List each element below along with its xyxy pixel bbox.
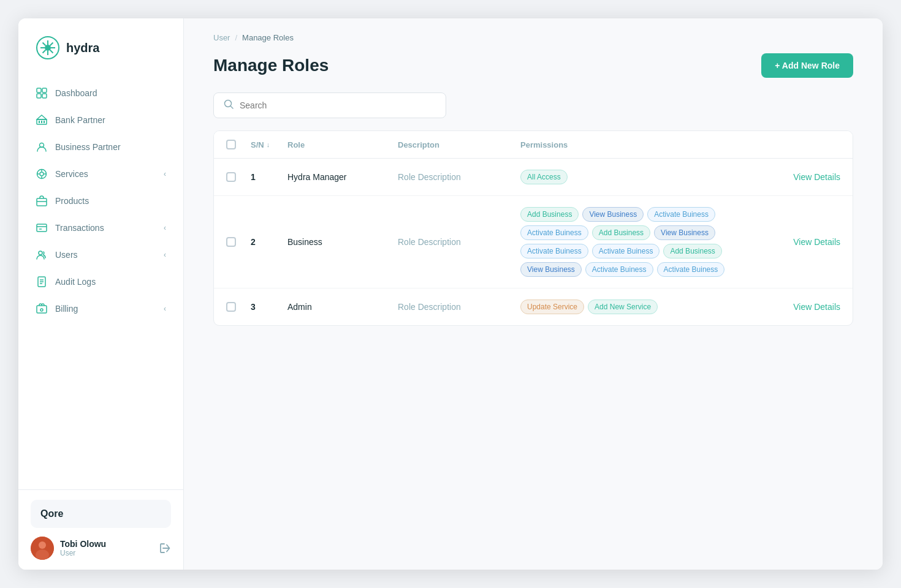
qore-label: Qore [40, 508, 63, 519]
sidebar-item-label: Audit Logs [55, 277, 96, 287]
breadcrumb-separator: / [235, 33, 237, 42]
logout-button[interactable] [159, 542, 171, 554]
sidebar-item-audit-logs[interactable]: Audit Logs [18, 268, 183, 295]
col-permissions: Permissions [520, 140, 742, 149]
user-profile: Tobi Olowu User [31, 537, 171, 560]
sidebar-item-label: Users [55, 250, 78, 260]
permission-badge: View Business [520, 262, 582, 277]
permission-badge: Activate Buiness [657, 262, 725, 277]
sidebar-item-services[interactable]: Services ‹ [18, 160, 183, 187]
sidebar-item-transactions[interactable]: Transactions ‹ [18, 214, 183, 241]
audit-icon [36, 276, 48, 288]
table-row: 3 Admin Role Description Update Service … [214, 288, 853, 325]
sidebar-item-label: Dashboard [55, 88, 97, 98]
search-bar [213, 92, 446, 118]
sidebar-item-billing[interactable]: Billing ‹ [18, 295, 183, 322]
search-input[interactable] [240, 100, 436, 110]
add-new-role-button[interactable]: + Add New Role [761, 53, 853, 78]
sidebar-item-bank-partner[interactable]: Bank Partner [18, 107, 183, 134]
permission-badge: Update Service [520, 300, 584, 314]
sidebar-item-label: Business Partner [55, 142, 121, 152]
svg-point-37 [40, 309, 43, 311]
permission-badge: View Business [654, 225, 715, 240]
user-role-label: User [60, 549, 153, 557]
sidebar-item-label: Services [55, 169, 88, 179]
svg-line-6 [43, 43, 46, 46]
col-sn: S/N ↓ [251, 140, 287, 149]
table-header-row: S/N ↓ Role Descripton Permissions [214, 131, 853, 159]
svg-rect-26 [37, 198, 47, 206]
chevron-down-icon: ‹ [164, 304, 166, 313]
svg-rect-10 [37, 88, 41, 92]
col-description: Descripton [398, 140, 520, 149]
svg-rect-18 [44, 121, 45, 123]
transactions-icon [36, 222, 48, 234]
svg-point-39 [39, 541, 46, 549]
row-1-sn: 1 [251, 172, 287, 182]
bank-icon [36, 114, 48, 126]
permission-badge: Add Business [663, 244, 721, 258]
row-1-checkbox[interactable] [226, 172, 236, 182]
svg-rect-12 [37, 94, 41, 98]
avatar [31, 537, 54, 560]
row-2-view-details[interactable]: View Details [742, 237, 840, 247]
main-nav: Dashboard Bank Partner Business Partner [18, 75, 183, 489]
page-title: Manage Roles [213, 56, 329, 75]
permission-badge: Activate Buiness [520, 244, 588, 258]
chevron-down-icon: ‹ [164, 170, 166, 178]
sidebar-item-business-partner[interactable]: Business Partner [18, 134, 183, 160]
row-2-permissions: Add Business View Business Activate Buin… [520, 207, 742, 277]
row-1-view-details[interactable]: View Details [742, 172, 840, 182]
products-icon [36, 195, 48, 207]
col-checkbox [226, 140, 251, 149]
permission-badge: Add Business [592, 225, 650, 240]
page-header: Manage Roles + Add New Role [184, 42, 883, 92]
sidebar-item-dashboard[interactable]: Dashboard [18, 80, 183, 107]
breadcrumb-parent: User [213, 33, 230, 42]
row-1-permissions: All Access [520, 170, 742, 184]
sidebar-item-label: Products [55, 196, 89, 206]
row-3-checkbox[interactable] [226, 302, 236, 312]
breadcrumb: User / Manage Roles [184, 18, 883, 42]
svg-rect-13 [42, 94, 47, 98]
hydra-logo-icon [36, 36, 60, 60]
select-all-checkbox[interactable] [226, 140, 236, 149]
svg-rect-36 [37, 306, 47, 313]
row-3-role: Admin [287, 302, 398, 312]
business-icon [36, 141, 48, 153]
svg-line-8 [50, 43, 53, 46]
col-role: Role [287, 140, 398, 149]
sidebar: hydra Dashboard Bank Partner [18, 18, 184, 570]
permission-badge: Activate Buiness [647, 207, 715, 222]
row-2-sn: 2 [251, 237, 287, 247]
row-checkbox [226, 302, 251, 312]
sidebar-item-label: Transactions [55, 223, 104, 233]
svg-point-31 [39, 251, 42, 255]
svg-marker-15 [37, 115, 47, 119]
search-icon [224, 99, 234, 111]
dashboard-icon [36, 87, 48, 99]
row-2-role: Business [287, 237, 398, 247]
row-2-checkbox[interactable] [226, 237, 236, 247]
permission-badge: Add New Service [588, 300, 658, 314]
row-3-permissions: Update Service Add New Service [520, 300, 742, 314]
col-role-label: Role [287, 140, 305, 149]
qore-box: Qore [31, 500, 171, 528]
svg-point-20 [40, 172, 44, 176]
col-description-label: Descripton [398, 140, 439, 149]
logo-area: hydra [18, 18, 183, 75]
breadcrumb-current: Manage Roles [242, 33, 294, 42]
row-3-sn: 3 [251, 302, 287, 312]
table-row: 2 Business Role Description Add Business… [214, 196, 853, 288]
roles-table: S/N ↓ Role Descripton Permissions [213, 130, 853, 326]
row-3-view-details[interactable]: View Details [742, 302, 840, 312]
permission-badge: View Business [582, 207, 644, 222]
sidebar-item-users[interactable]: Users ‹ [18, 241, 183, 268]
col-sn-label: S/N [251, 140, 264, 149]
permission-badge: All Access [520, 170, 568, 184]
col-action [742, 140, 840, 149]
permission-badge: Add Business [520, 207, 579, 222]
svg-rect-28 [37, 224, 47, 232]
permission-badge: Activate Buiness [520, 225, 588, 240]
sidebar-item-products[interactable]: Products [18, 187, 183, 214]
